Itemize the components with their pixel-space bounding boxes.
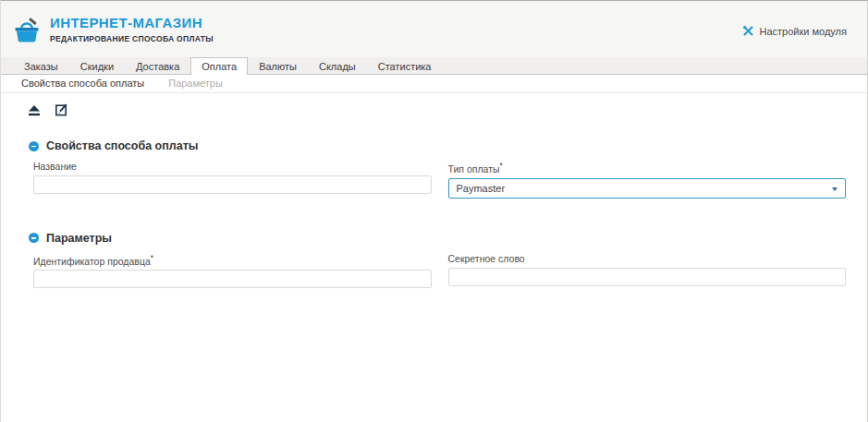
- section-title: Параметры: [46, 232, 112, 245]
- title-block: ИНТЕРНЕТ-МАГАЗИН РЕДАКТИРОВАНИЕ СПОСОБА …: [50, 15, 214, 43]
- main-tab-bar: Заказы Скидки Доставка Оплата Валюты Скл…: [1, 57, 867, 75]
- section-parameters: Параметры: [29, 232, 867, 245]
- eject-back-button[interactable]: [28, 103, 41, 116]
- seller-id-label-text: Идентификатор продавца: [33, 255, 151, 266]
- edit-icon: [55, 105, 68, 119]
- tab-currencies[interactable]: Валюты: [248, 57, 308, 74]
- collapse-toggle-icon[interactable]: [29, 141, 39, 151]
- secret-word-field-group: Секретное слово: [448, 253, 847, 289]
- eject-icon: [28, 105, 41, 119]
- edit-button[interactable]: [55, 102, 68, 116]
- payment-properties-fields: Название Тип оплаты* Paymaster: [1, 161, 867, 199]
- header: ИНТЕРНЕТ-МАГАЗИН РЕДАКТИРОВАНИЕ СПОСОБА …: [1, 1, 867, 57]
- secret-word-label: Секретное слово: [448, 253, 847, 264]
- module-settings-link[interactable]: Настройки модуля: [742, 25, 847, 37]
- section-payment-properties: Свойства способа оплаты: [29, 139, 867, 152]
- module-settings-label: Настройки модуля: [760, 26, 847, 37]
- tab-discounts[interactable]: Скидки: [69, 57, 125, 74]
- toolbar: [1, 93, 867, 116]
- secret-word-input[interactable]: [448, 268, 847, 286]
- payment-type-field-group: Тип оплаты* Paymaster: [448, 161, 847, 199]
- page-title: ИНТЕРНЕТ-МАГАЗИН: [50, 15, 214, 30]
- required-asterisk: *: [151, 253, 153, 262]
- name-input[interactable]: [33, 175, 432, 194]
- name-field-group: Название: [33, 161, 432, 199]
- payment-type-label-text: Тип оплаты: [448, 163, 500, 175]
- tab-warehouses[interactable]: Склады: [308, 57, 367, 74]
- page-subtitle: РЕДАКТИРОВАНИЕ СПОСОБА ОПЛАТЫ: [50, 34, 214, 43]
- name-label: Название: [33, 161, 432, 172]
- seller-id-label: Идентификатор продавца*: [33, 253, 432, 267]
- required-asterisk: *: [500, 161, 503, 170]
- payment-type-label: Тип оплаты*: [448, 161, 847, 175]
- collapse-toggle-icon[interactable]: [29, 233, 39, 243]
- section-title: Свойства способа оплаты: [46, 139, 198, 152]
- tab-statistics[interactable]: Статистика: [367, 57, 443, 74]
- seller-id-field-group: Идентификатор продавца*: [33, 253, 432, 289]
- payment-type-value: Paymaster: [457, 183, 506, 194]
- sub-tab-bar: Свойства способа оплаты Параметры: [1, 75, 867, 93]
- subtab-parameters[interactable]: Параметры: [168, 75, 223, 92]
- parameters-fields: Идентификатор продавца* Секретное слово: [1, 253, 867, 289]
- subtab-payment-properties[interactable]: Свойства способа оплаты: [21, 75, 144, 92]
- tab-delivery[interactable]: Доставка: [125, 57, 190, 74]
- chevron-down-icon: [832, 187, 837, 191]
- seller-id-input[interactable]: [33, 270, 432, 288]
- tab-payment[interactable]: Оплата: [190, 57, 248, 75]
- store-basket-logo-icon: [12, 17, 42, 44]
- wrench-tools-icon: [742, 25, 754, 37]
- tab-orders[interactable]: Заказы: [13, 57, 69, 74]
- payment-type-select[interactable]: Paymaster: [448, 178, 847, 199]
- admin-page: ИНТЕРНЕТ-МАГАЗИН РЕДАКТИРОВАНИЕ СПОСОБА …: [0, 0, 868, 422]
